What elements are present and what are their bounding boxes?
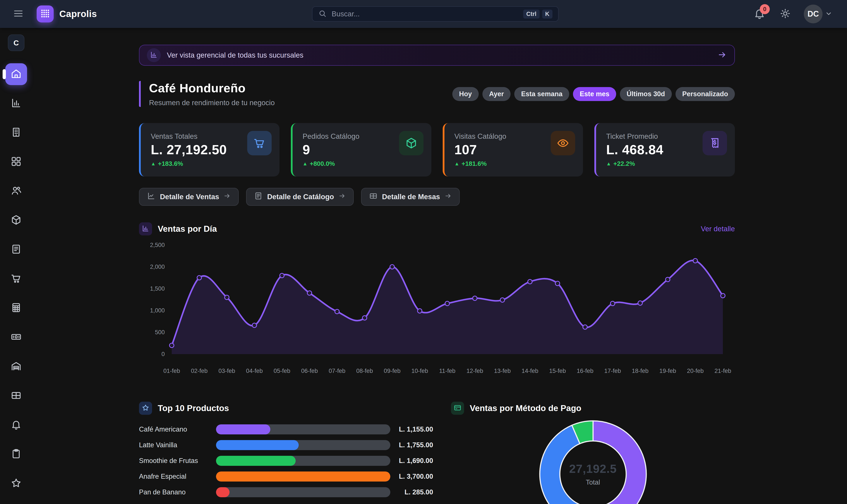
data-point-marker[interactable]	[169, 343, 174, 347]
product-value: L. 3,700.00	[390, 472, 433, 481]
sidebar-nav	[5, 63, 27, 494]
app-logo[interactable]	[37, 5, 54, 22]
sidebar-item-inventory[interactable]	[5, 210, 27, 231]
data-point-marker[interactable]	[611, 301, 615, 306]
data-point-marker[interactable]	[252, 323, 257, 327]
sidebar-item-cash[interactable]	[5, 326, 27, 348]
filter-pill-5[interactable]: Personalizado	[675, 87, 735, 101]
sidebar-item-orders[interactable]	[5, 443, 27, 465]
filter-pill-4[interactable]: Últimos 30d	[620, 87, 672, 101]
workspace-avatar[interactable]: C	[8, 35, 24, 51]
global-search[interactable]: Ctrl K	[312, 6, 559, 22]
data-point-marker[interactable]	[307, 291, 312, 295]
data-point-marker[interactable]	[721, 293, 725, 298]
sidebar-item-catalog[interactable]	[5, 239, 27, 260]
data-point-marker[interactable]	[335, 309, 339, 314]
sales-chart-header: Ventas por Día Ver detalle	[139, 222, 735, 235]
sales-detail-link[interactable]: Ver detalle	[701, 225, 735, 233]
top-products-title: Top 10 Productos	[158, 403, 229, 413]
stats-cards: Ventas TotalesL. 27,192.50▲+183.6%Pedido…	[139, 123, 735, 177]
data-point-marker[interactable]	[583, 325, 587, 329]
data-point-marker[interactable]	[362, 316, 367, 320]
sidebar-item-analytics[interactable]	[5, 92, 27, 114]
detail-button-1[interactable]: Detalle de Catálogo	[246, 188, 354, 206]
product-bar-track	[216, 471, 390, 482]
product-name: Latte Vainilla	[139, 441, 216, 449]
sidebar-item-apps[interactable]	[5, 151, 27, 173]
product-bar-fill	[216, 425, 270, 434]
table-icon	[11, 390, 22, 402]
x-axis-tick: 13-feb	[494, 367, 511, 374]
sidebar-item-sales[interactable]	[5, 268, 27, 290]
top-navbar: Caprolis Ctrl K 0 DC	[0, 0, 847, 28]
filter-pill-1[interactable]: Ayer	[482, 87, 511, 101]
product-row-3: Anafre EspecialL. 3,700.00	[139, 470, 433, 483]
cash-icon	[11, 331, 22, 343]
product-row-2: Smoothie de FrutasL. 1,690.00	[139, 454, 433, 467]
triangle-up-icon: ▲	[454, 161, 459, 167]
detail-button-2[interactable]: Detalle de Mesas	[361, 188, 460, 206]
sidebar-item-tables[interactable]	[5, 385, 27, 407]
star-icon	[142, 404, 149, 413]
stat-delta: ▲+800.0%	[303, 160, 421, 167]
y-axis-tick: 0	[161, 351, 165, 357]
data-point-marker[interactable]	[280, 273, 284, 278]
data-point-marker[interactable]	[638, 301, 642, 305]
search-icon	[318, 9, 327, 19]
branch-overview-banner[interactable]: Ver vista gerencial de todas tus sucursa…	[139, 45, 735, 66]
grid-icon	[11, 156, 22, 168]
notifications-button[interactable]: 0	[752, 7, 767, 21]
data-point-marker[interactable]	[528, 280, 532, 284]
sidebar-item-pos[interactable]	[5, 297, 27, 319]
filter-pill-2[interactable]: Esta semana	[514, 87, 569, 101]
home-icon	[11, 68, 22, 80]
detail-button-0[interactable]: Detalle de Ventas	[139, 188, 239, 206]
detail-button-label: Detalle de Catálogo	[267, 193, 334, 201]
banner-arrow-button[interactable]	[717, 50, 727, 60]
shortcut-ctrl-key: Ctrl	[523, 10, 540, 19]
search-input[interactable]	[332, 10, 521, 18]
section-icon-box	[139, 222, 152, 235]
sidebar-item-warehouse[interactable]	[5, 356, 27, 377]
data-point-marker[interactable]	[390, 265, 394, 269]
theme-toggle-button[interactable]	[778, 7, 792, 21]
data-point-marker[interactable]	[418, 309, 422, 313]
sidebar-item-home[interactable]	[5, 63, 27, 85]
user-menu-chevron[interactable]	[824, 9, 833, 19]
product-bar-fill	[216, 487, 230, 497]
detail-button-label: Detalle de Ventas	[160, 193, 219, 201]
data-point-marker[interactable]	[500, 298, 505, 302]
data-point-marker[interactable]	[665, 277, 670, 282]
product-bar-track	[216, 425, 390, 434]
filter-pill-3[interactable]: Este mes	[573, 87, 616, 101]
user-avatar[interactable]: DC	[804, 4, 823, 23]
data-point-marker[interactable]	[473, 296, 477, 301]
product-name: Smoothie de Frutas	[139, 457, 216, 465]
product-bars-list: Café AmericanoL. 1,155.00Latte VainillaL…	[139, 423, 433, 499]
x-axis-tick: 17-feb	[605, 367, 621, 374]
stat-card-2: Visitas Catálogo107▲+181.6%	[443, 123, 583, 177]
x-axis-tick: 08-feb	[356, 367, 373, 374]
menu-toggle-button[interactable]	[11, 6, 26, 22]
data-point-marker[interactable]	[197, 275, 201, 280]
sun-icon	[779, 7, 791, 20]
sidebar-item-favorites[interactable]	[5, 472, 27, 494]
sidebar-item-company[interactable]	[5, 122, 27, 144]
brand-name: Caprolis	[59, 9, 97, 19]
product-name: Café Americano	[139, 426, 216, 433]
sidebar-item-customers[interactable]	[5, 180, 27, 202]
data-point-marker[interactable]	[225, 295, 229, 300]
x-axis-tick: 20-feb	[687, 367, 704, 374]
top-products-header: Top 10 Productos	[139, 402, 433, 415]
product-bar-track	[216, 456, 390, 466]
sidebar-item-notifications[interactable]	[5, 414, 27, 436]
data-point-marker[interactable]	[445, 301, 449, 306]
data-point-marker[interactable]	[555, 281, 560, 286]
banner-icon-circle	[147, 48, 161, 62]
bottom-panels: Top 10 Productos Café AmericanoL. 1,155.…	[139, 402, 735, 504]
building-icon	[11, 127, 22, 139]
data-point-marker[interactable]	[693, 258, 698, 263]
section-icon-box	[139, 402, 152, 415]
product-name: Pan de Banano	[139, 488, 216, 496]
filter-pill-0[interactable]: Hoy	[452, 87, 479, 101]
